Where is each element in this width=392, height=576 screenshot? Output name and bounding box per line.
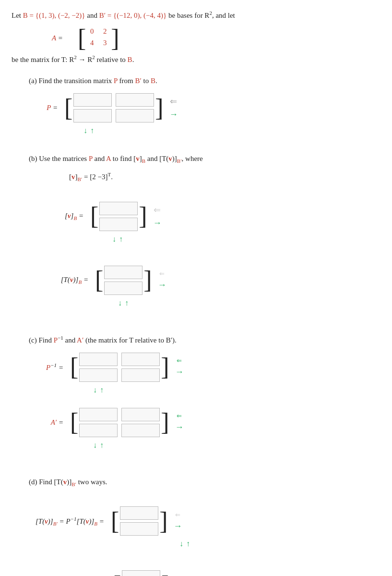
- Pinv-arrow-up[interactable]: ↑: [100, 386, 104, 394]
- TvB-input-0[interactable]: [104, 266, 143, 279]
- comma-let: , and let: [212, 12, 235, 19]
- Pinv-matrix-bracket: [ ]: [70, 351, 169, 384]
- vB-input-0[interactable]: [99, 202, 138, 215]
- Aprime-input-01[interactable]: [121, 408, 160, 421]
- Pinv-input-00[interactable]: [79, 353, 118, 366]
- P-arrow-left-icon: ⇐: [170, 96, 177, 107]
- Pinv-side-arrows: ⇐ →: [175, 357, 184, 377]
- Pinv-bracket-right: ]: [161, 351, 169, 384]
- vB-arrow-left[interactable]: ⇐: [153, 205, 162, 215]
- TvB-row: [T(v)]B = [ ] ⇐ →: [40, 264, 380, 297]
- d-eq1-arrow-down[interactable]: ↓: [179, 539, 183, 548]
- TvB-side-arrows: ⇐ →: [158, 270, 166, 290]
- bases-text: be bases for R: [168, 12, 209, 19]
- P-matrix-cells: [73, 91, 154, 124]
- d-eq2-row: [T(v)]B′ = A′[v]B′ = [ ] ⇐ →: [50, 568, 380, 576]
- TvB-arrow-right-icon: →: [158, 280, 166, 290]
- Aprime-arrow-left[interactable]: ⇐: [175, 412, 184, 419]
- d-eq1-matrix-cells: [120, 504, 158, 538]
- Pinv-matrix-cells: [79, 351, 160, 384]
- P-arrow-down[interactable]: ↓: [83, 126, 87, 135]
- Aprime-arrow-right[interactable]: →: [175, 422, 184, 432]
- TvB-arrow-left-icon: ⇐: [159, 270, 165, 277]
- a12: 2: [100, 27, 110, 36]
- matrix-A-display: [ 0 2 4 3 ]: [78, 26, 119, 51]
- TvB-arrow-down[interactable]: ↓: [118, 299, 122, 307]
- Aprime-side-arrows: ⇐ →: [175, 412, 184, 432]
- vB-arrow-down[interactable]: ↓: [112, 235, 116, 244]
- TvB-bracket-left: [: [95, 264, 103, 297]
- P-input-10[interactable]: [73, 109, 112, 123]
- vB-matrix-cells: [99, 200, 138, 233]
- d-eq1-input-0[interactable]: [120, 506, 158, 520]
- P-input-11[interactable]: [116, 109, 154, 123]
- Aprime-arrow-up[interactable]: ↑: [100, 441, 104, 450]
- intro-section: Let B = {(1, 3), (−2, −2)} and B′ = {(−1…: [12, 9, 380, 22]
- Pinv-label: P−1 =: [40, 362, 63, 372]
- Pinv-input-10[interactable]: [79, 368, 118, 382]
- P-input-01[interactable]: [116, 93, 154, 107]
- Pinv-arrow-down[interactable]: ↓: [93, 386, 97, 394]
- part-b-label: (b) Use the matrices P and A to find [v]…: [29, 152, 380, 166]
- Aprime-below-arrows: ↓ ↑: [40, 441, 380, 450]
- P-arrow-right-icon: →: [169, 110, 178, 120]
- d-eq1-matrix-bracket: [ ]: [111, 504, 168, 538]
- vB-arrow-right[interactable]: →: [153, 218, 162, 228]
- Aprime-arrow-right-icon: →: [175, 422, 184, 432]
- d-eq2-matrix-cells: [122, 568, 160, 576]
- vB-arrow-right-icon: →: [153, 218, 162, 228]
- TvB-label: [T(v)]B =: [40, 276, 88, 285]
- Aprime-arrow-down[interactable]: ↓: [93, 441, 97, 450]
- vB-side-arrows: ⇐ →: [153, 205, 162, 228]
- d-eq2-input-0[interactable]: [122, 570, 160, 576]
- TvB-arrow-left[interactable]: ⇐: [158, 270, 166, 277]
- vB-arrow-left-icon: ⇐: [154, 205, 161, 215]
- TvB-input-1[interactable]: [104, 282, 143, 295]
- P-input-00[interactable]: [73, 93, 112, 107]
- TvB-below-arrows: ↓ ↑: [40, 299, 380, 307]
- Aprime-arrow-left-icon: ⇐: [177, 412, 182, 419]
- vB-arrow-up[interactable]: ↑: [119, 235, 123, 244]
- a21: 4: [87, 39, 97, 47]
- Aprime-matrix-cells: [79, 406, 160, 439]
- TvB-arrow-up[interactable]: ↑: [125, 299, 129, 307]
- d-eq1-label: [T(v)]B′ = P−1[T(v)]B =: [36, 516, 104, 527]
- Pinv-below-arrows: ↓ ↑: [40, 386, 380, 394]
- d-eq1-input-1[interactable]: [120, 522, 158, 536]
- Aprime-input-11[interactable]: [121, 424, 160, 437]
- Aprime-input-10[interactable]: [79, 424, 118, 437]
- P-arrow-left[interactable]: ⇐: [169, 96, 178, 107]
- set-B: B = {(1, 3), (−2, −2)}: [23, 12, 85, 19]
- TvB-arrow-right[interactable]: →: [158, 280, 166, 290]
- vB-row: [v]B = [ ] ⇐ →: [50, 200, 380, 233]
- Aprime-row: A′ = [ ] ⇐ →: [40, 406, 380, 439]
- d-eq1-bracket-left: [: [111, 504, 119, 538]
- d-eq1-side-arrows: ⇐ →: [174, 511, 182, 531]
- matrix-A-cells: 0 2 4 3: [87, 26, 110, 51]
- Pinv-input-11[interactable]: [121, 368, 160, 382]
- vB-input-1[interactable]: [99, 218, 138, 231]
- part-d-section: (d) Find [T(v)]B′ two ways. [T(v)]B′ = P…: [12, 476, 380, 576]
- part-a-label: (a) Find the transition matrix P from B′…: [29, 74, 380, 87]
- a11: 0: [87, 27, 97, 36]
- d-eq1-arrow-up[interactable]: ↑: [186, 539, 190, 548]
- Pinv-arrow-left[interactable]: ⇐: [175, 357, 184, 364]
- part-b-given: [v]B′ = [2 −3]T.: [69, 170, 380, 184]
- d-eq1-arrow-left[interactable]: ⇐: [174, 511, 182, 518]
- vB-label: [v]B =: [50, 212, 83, 221]
- Aprime-input-00[interactable]: [79, 408, 118, 421]
- Aprime-label: A′ =: [40, 418, 63, 427]
- Pinv-arrow-left-icon: ⇐: [177, 357, 182, 364]
- Pinv-bracket-left: [: [70, 351, 78, 384]
- and-word: and: [87, 12, 97, 19]
- vB-matrix-bracket: [ ]: [90, 200, 147, 233]
- d-eq1-arrow-right-icon: →: [174, 521, 182, 531]
- P-arrow-right[interactable]: →: [169, 110, 178, 120]
- Pinv-arrow-right[interactable]: →: [175, 367, 184, 377]
- intro-line2: be the matrix for T: R2 → R2 relative to…: [12, 53, 380, 66]
- TvB-matrix-cells: [104, 264, 143, 297]
- d-eq1-arrow-right[interactable]: →: [174, 521, 182, 531]
- Pinv-input-01[interactable]: [121, 353, 160, 366]
- P-arrow-up[interactable]: ↑: [90, 126, 94, 135]
- part-d-label: (d) Find [T(v)]B′ two ways.: [29, 476, 380, 490]
